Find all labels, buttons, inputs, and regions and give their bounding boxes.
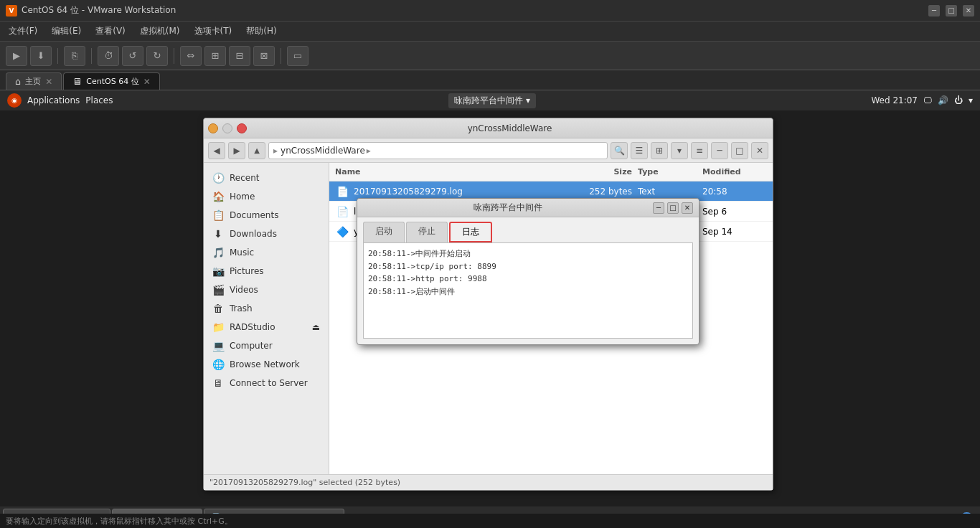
path-separator-icon: ▸ [273, 146, 278, 156]
fm-grid-view-button[interactable]: ⊞ [651, 142, 668, 159]
toolbar-btn-4[interactable]: ⏱ [98, 46, 119, 66]
fm-status-text: "20170913205829279.log" selected (252 by… [209, 478, 400, 487]
menu-tabs[interactable]: 选项卡(T) [189, 23, 238, 39]
fm-sidebar: 🕐 Recent 🏠 Home 📋 Documents ⬇ Downloads … [204, 163, 329, 474]
sidebar-label-trash: Trash [230, 303, 253, 314]
tab-centos[interactable]: 🖥 CentOS 64 位 ✕ [63, 72, 159, 90]
sidebar-item-documents[interactable]: 📋 Documents [204, 206, 329, 225]
sidebar-item-browse-network[interactable]: 🌐 Browse Network [204, 355, 329, 374]
dialog-maximize-button[interactable]: □ [667, 202, 679, 214]
sidebar-label-downloads: Downloads [230, 229, 277, 239]
sidebar-item-connect-to-server[interactable]: 🖥 Connect to Server [204, 374, 329, 392]
sidebar-item-videos[interactable]: 🎬 Videos [204, 280, 329, 299]
sidebar-item-recent[interactable]: 🕐 Recent [204, 169, 329, 187]
fm-back-button[interactable]: ◀ [208, 142, 225, 159]
dialog-tab-start[interactable]: 启动 [363, 222, 405, 242]
sidebar-item-home[interactable]: 🏠 Home [204, 187, 329, 206]
toolbar-btn-7[interactable]: ⇔ [180, 46, 202, 66]
sidebar-item-pictures[interactable]: 📷 Pictures [204, 262, 329, 280]
toolbar-btn-6[interactable]: ↻ [146, 46, 168, 66]
sidebar-item-radstudio[interactable]: 📁 RADStudio ⏏ [204, 318, 329, 336]
fm-menu-button[interactable]: ≡ [691, 142, 708, 159]
menu-help[interactable]: 帮助(H) [240, 23, 282, 39]
fm-close-button[interactable] [237, 123, 247, 133]
gnome-places-menu[interactable]: Places [85, 95, 113, 105]
fm-titlebar: ynCrossMiddleWare [204, 118, 773, 138]
dialog-tabs: 启动 停止 日志 [357, 217, 699, 242]
file-size-log: 252 bytes [580, 187, 638, 197]
toolbar-btn-3[interactable]: ⎘ [64, 46, 85, 66]
fm-list-view-button[interactable]: ☰ [631, 142, 648, 159]
vmware-tabs: ⌂ 主页 ✕ 🖥 CentOS 64 位 ✕ [0, 70, 980, 90]
minimize-button[interactable]: ─ [928, 5, 940, 16]
dialog-minimize-button[interactable]: ─ [653, 202, 664, 214]
dialog-win-btns: ─ □ ✕ [653, 202, 693, 214]
vmware-logo: V [6, 5, 17, 16]
col-header-name[interactable]: Name [335, 167, 580, 176]
tab-home[interactable]: ⌂ 主页 ✕ [6, 72, 62, 90]
fm-window-close[interactable]: ✕ [751, 142, 768, 159]
tab-centos-label: CentOS 64 位 [86, 76, 138, 87]
fm-up-button[interactable]: ▲ [248, 142, 265, 159]
sidebar-label-radstudio: RADStudio [230, 322, 275, 332]
monitor-icon[interactable]: 🖵 [923, 95, 932, 105]
eject-icon[interactable]: ⏏ [312, 322, 320, 332]
power-icon[interactable]: ⏻ [954, 95, 963, 105]
path-segment[interactable]: ynCrossMiddleWare [281, 146, 365, 156]
toolbar-btn-9[interactable]: ⊟ [229, 46, 250, 66]
gnome-applications-menu[interactable]: Applications [27, 95, 80, 105]
centos-tab-icon: 🖥 [72, 76, 82, 87]
fm-window-minimize[interactable]: ─ [711, 142, 728, 159]
fm-window-maximize[interactable]: □ [731, 142, 748, 159]
col-header-type[interactable]: Type [638, 167, 702, 176]
titlebar-left: V CentOS 64 位 - VMware Workstation [6, 4, 176, 16]
menu-vm[interactable]: 虚拟机(M) [134, 23, 186, 39]
gnome-app-indicator[interactable]: 咏南跨平台中间件 ▾ [448, 93, 536, 108]
maximize-button[interactable]: □ [946, 5, 957, 16]
toolbar-btn-11[interactable]: ▭ [287, 46, 308, 66]
bottom-status-text: 要将输入定向到该虚拟机，请将鼠标指针移入其中或按 Ctrl+G。 [6, 516, 232, 527]
dialog-tab-log[interactable]: 日志 [449, 222, 492, 242]
sidebar-item-downloads[interactable]: ⬇ Downloads [204, 225, 329, 243]
sidebar-label-connect-to-server: Connect to Server [230, 378, 308, 388]
toolbar-btn-8[interactable]: ⊞ [204, 46, 226, 66]
gnome-app-indicator-arrow: ▾ [526, 95, 530, 105]
menu-edit[interactable]: 编辑(E) [46, 23, 87, 39]
toolbar-btn-5[interactable]: ↺ [122, 46, 143, 66]
fm-maximize-button[interactable] [222, 123, 232, 133]
col-header-modified[interactable]: Modified [702, 167, 767, 176]
gnome-topbar-left: ◉ Applications Places [7, 93, 113, 108]
sidebar-item-computer[interactable]: 💻 Computer [204, 336, 329, 355]
gnome-app-indicator-label: 咏南跨平台中间件 [454, 95, 523, 107]
fm-toolbar-right: 🔍 ☰ ⊞ ▾ ≡ ─ □ ✕ [611, 142, 768, 159]
fm-minimize-button[interactable] [208, 123, 218, 133]
log-line-4: 20:58:11->启动中间件 [368, 286, 688, 298]
volume-icon[interactable]: 🔊 [938, 95, 948, 105]
file-type-log: Text [638, 187, 702, 197]
tab-centos-close[interactable]: ✕ [143, 77, 151, 87]
dialog-tab-stop[interactable]: 停止 [406, 222, 448, 242]
topbar-arrow[interactable]: ▾ [969, 95, 973, 105]
computer-icon: 💻 [212, 340, 224, 352]
vmware-title: CentOS 64 位 - VMware Workstation [22, 4, 176, 16]
sidebar-item-trash[interactable]: 🗑 Trash [204, 299, 329, 318]
toolbar-btn-1[interactable]: ▶ [6, 46, 27, 66]
toolbar-btn-2[interactable]: ⬇ [30, 46, 52, 66]
toolbar-btn-10[interactable]: ⊠ [253, 46, 275, 66]
close-button[interactable]: ✕ [963, 5, 974, 16]
fm-forward-button[interactable]: ▶ [228, 142, 245, 159]
gnome-logo[interactable]: ◉ [7, 93, 22, 108]
sidebar-item-music[interactable]: 🎵 Music [204, 243, 329, 262]
tab-home-close[interactable]: ✕ [45, 77, 52, 87]
fm-title: ynCrossMiddleWare [251, 123, 768, 133]
menu-view[interactable]: 查看(V) [90, 23, 131, 39]
vm-screen[interactable]: ◉ Applications Places 咏南跨平台中间件 ▾ Wed 21:… [0, 90, 980, 528]
file-name-log: 20170913205829279.log [354, 187, 463, 197]
fm-sort-button[interactable]: ▾ [671, 142, 688, 159]
dialog-close-button[interactable]: ✕ [682, 202, 693, 214]
server-icon: 🖥 [212, 377, 224, 389]
sidebar-label-videos: Videos [230, 285, 258, 295]
menu-file[interactable]: 文件(F) [3, 23, 43, 39]
fm-search-button[interactable]: 🔍 [611, 142, 628, 159]
col-header-size[interactable]: Size [580, 167, 638, 176]
